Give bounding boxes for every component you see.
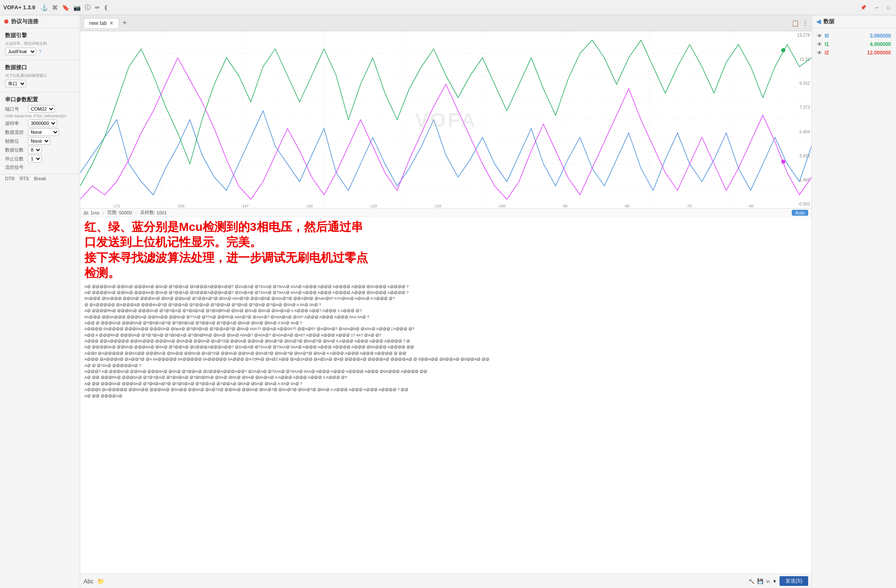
data-line: A@@@ @@A@@@@@ @@0A@@@ @@@0A@ @0A@@ @@0A@… — [84, 338, 807, 344]
data-interface-section: 数据接口 与下位机通信的物理接口 串口 UDP TCP — [0, 60, 80, 92]
delta-t-value: 1ms — [90, 210, 99, 215]
pen-icon[interactable]: ✏ — [95, 4, 100, 11]
data-line: A@@@0 @A@@@@@ @@0A@@ @@@0A@ @0A@@ @@0A@ … — [84, 387, 807, 393]
channel-i2-item: 👁 I2 12.000000 — [815, 49, 893, 57]
i2-end-dot — [781, 160, 785, 164]
pin-button[interactable]: 📌 — [858, 4, 869, 11]
file-icon[interactable]: 📁 — [97, 578, 104, 585]
data-line: A@ @@ @@@@A@ — [84, 393, 807, 399]
baud-label: 波特率 — [5, 120, 25, 127]
channel-i2-visibility[interactable]: 👁 — [817, 50, 822, 56]
y-label-6: 11.31 — [788, 57, 810, 62]
send-area: 🔨 💾 \n ▼ 发送(S) — [748, 576, 808, 586]
stop-bits-select[interactable]: 1 2 — [28, 155, 42, 163]
baud-select[interactable]: 3000000 115200 9600 — [28, 119, 57, 127]
engine-help-button[interactable]: ? — [39, 49, 41, 54]
y-label-4: 7.373 — [788, 105, 810, 110]
channel-i2-value: 12.000000 — [867, 50, 891, 56]
maximize-button[interactable]: □ — [885, 4, 893, 11]
arrows-icon[interactable]: ⟪ — [104, 4, 108, 11]
chart-svg — [80, 31, 812, 208]
abc-label: Abc — [84, 578, 94, 585]
x-axis-labels: -171 -150 -147 -130 -120 -110 -100 -90 -… — [80, 204, 786, 208]
port-label: 端口号 — [5, 106, 25, 112]
delta-t-label: Δt: — [84, 210, 89, 215]
tab-action-menu[interactable]: ⋮ — [802, 20, 808, 27]
main-layout: 协议与连接 数据引擎 点击问号，前往详细文档 JustFloat FireWat… — [0, 15, 896, 588]
channel-i1-value: 4.000000 — [870, 41, 891, 47]
icon-save[interactable]: 💾 — [757, 578, 763, 584]
bottom-bar: Abc 📁 🔨 💾 \n ▼ 发送(S) — [80, 574, 812, 588]
data-line: A@@ @ @@@0A@ @@@0A@ @?@0@A@?@ @?@0@A@ @?… — [84, 320, 807, 326]
baud-row: 波特率 3000000 115200 9600 — [5, 119, 75, 127]
data-line: A@@ A @@@PA@ @@@0A@ @?@?@A@ @?@0@A@ @?@0… — [84, 332, 807, 338]
data-engine-title: 数据引擎 — [5, 32, 75, 39]
y-axis-labels: 13.279 11.31 9.342 7.373 5.404 3.435 1.4… — [786, 31, 812, 208]
rts-button[interactable]: RTS — [20, 176, 29, 181]
tab-label: new tab — [89, 20, 107, 26]
range-item[interactable]: 范围: 50000 — [107, 209, 132, 216]
data-line: A@ @ @?2A@ @@@@@A@ ? — [84, 363, 807, 369]
engine-select[interactable]: JustFloat FireWater — [5, 48, 36, 55]
channel-i0-value: 3.000000 — [870, 33, 891, 39]
connection-status-dot — [4, 19, 8, 24]
camera-icon[interactable]: 📷 — [73, 4, 81, 11]
rate-value: 1001 — [157, 210, 167, 215]
flow-select[interactable]: None Hardware — [28, 128, 59, 136]
channel-i0-visibility[interactable]: 👁 — [817, 33, 822, 39]
data-line: 0A@@@ @@0A@@@ @@@0A@ @@0A@@ @@0A@ @??A@ … — [84, 314, 807, 320]
channel-list: 👁 I0 3.000000 👁 I1 4.000000 👁 I2 12.0000… — [812, 28, 896, 60]
flow-signal-label: 流控信号 — [5, 164, 75, 171]
tab-action-copy[interactable]: 📋 — [792, 20, 799, 27]
data-line: @ @A@@@@@ @A@@@4@ @@@4A@?@ @?@@A@ @?@@A@… — [84, 302, 807, 308]
tab-add-button[interactable]: + — [120, 19, 130, 27]
icon-hammer[interactable]: 🔨 — [748, 578, 755, 584]
doc-link[interactable]: 点击问号，前往详细文档 — [5, 41, 75, 46]
channel-i1-visibility[interactable]: 👁 — [817, 41, 822, 47]
data-line: A@@@? A@ @@@0A@ @@0A@ @@@4A@ @0A@ @?@@A@… — [84, 369, 807, 374]
minimize-button[interactable]: ─ — [872, 4, 881, 11]
send-button[interactable]: 发送(S) — [780, 576, 808, 586]
tab-bar: new tab ✕ + 📋 ⋮ — [80, 15, 812, 31]
data-bits-select[interactable]: 8 7 — [28, 146, 42, 154]
app-name: VOFA+ 1.3.9 — [3, 4, 35, 11]
flow-signals-row: DTR RTS Break — [0, 174, 80, 183]
chart-toolbar: Δt: 1ms | 范围: 50000 | 采样数: 1001 Auto — [80, 209, 812, 217]
text-content[interactable]: 红、绿、蓝分别是Mcu检测到的3相电压，然后通过串 口发送到上位机记性显示。完美… — [80, 217, 812, 574]
info-icon[interactable]: ⓘ — [85, 4, 91, 11]
interface-select-row: 串口 UDP TCP — [5, 80, 75, 87]
sidebar-section1-title: 协议与连接 — [11, 18, 38, 25]
channel-i0-line — [80, 111, 812, 195]
data-line: A@ @@@@0A@ @@0A@ @@@4A@ @0A@ @?@@A@ @2@@… — [84, 290, 807, 295]
sidebar: 协议与连接 数据引擎 点击问号，前往详细文档 JustFloat FireWat… — [0, 15, 80, 588]
parity-select[interactable]: None Even Odd — [28, 137, 50, 145]
data-interface-title: 数据接口 — [5, 64, 75, 71]
port-select[interactable]: COM22 — [28, 105, 55, 113]
panel-toggle-icon[interactable]: ◀ — [816, 18, 821, 25]
channel-i0-name: I0 — [825, 33, 834, 39]
right-panel-header: ◀ 数据 — [812, 15, 896, 28]
data-line: A@@@@ 0A@@@@ @@@0A@@ @@@0A@ @0pA@ @?@0@A… — [84, 326, 807, 332]
channel-i0-item: 👁 I0 3.000000 — [815, 32, 893, 40]
dtr-button[interactable]: DTR — [5, 176, 15, 181]
flow-label: 数据流控 — [5, 129, 25, 135]
bookmark-icon[interactable]: 🔖 — [62, 4, 69, 11]
data-bits-row: 数据位数 8 7 — [5, 146, 75, 154]
tab-close-button[interactable]: ✕ — [109, 20, 114, 26]
data-line: 0A@@@ @0A@@@ @@0A@ @@@4A@ @0A@ @@pA@ @?@… — [84, 295, 807, 301]
serial-config-title: 串口参数配置 — [5, 96, 75, 103]
parity-label: 校验位 — [5, 138, 25, 144]
range-value: 50000 — [119, 210, 132, 215]
backslash-n-label: \n — [766, 579, 770, 584]
break-button[interactable]: Break — [34, 176, 46, 181]
dropdown-arrow[interactable]: ▼ — [772, 579, 777, 584]
tag-icon[interactable]: ⌘ — [52, 4, 58, 11]
serial-config-section: 串口参数配置 端口号 COM22 USB Serial Port, FTDI, … — [0, 92, 80, 174]
channel-i2-line — [80, 58, 812, 199]
chart-container: VOFA — [80, 31, 812, 209]
anchor-icon[interactable]: ⚓ — [41, 4, 48, 11]
auto-button[interactable]: Auto — [792, 210, 808, 216]
interface-select[interactable]: 串口 UDP TCP — [5, 80, 26, 87]
tab-new[interactable]: new tab ✕ — [84, 18, 119, 28]
channel-i1-name: I1 — [825, 41, 834, 47]
